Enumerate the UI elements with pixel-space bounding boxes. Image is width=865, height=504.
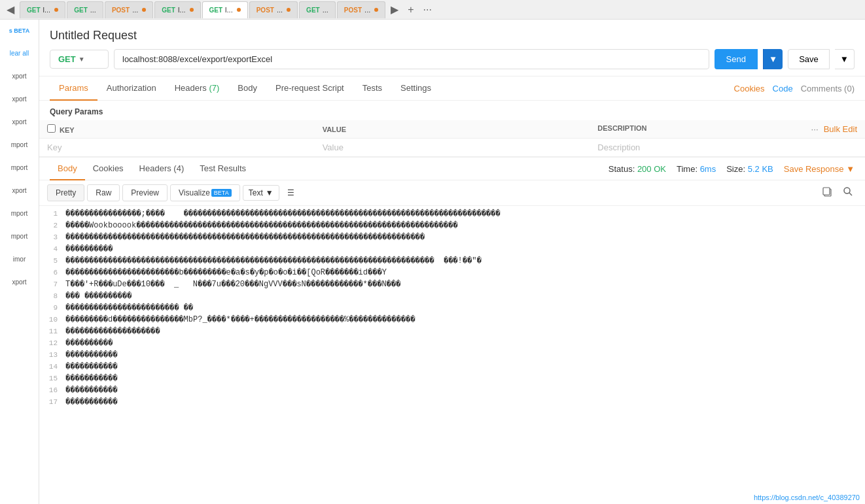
sidebar-item-6[interactable]: xport [9,184,29,197]
response-tab-headers[interactable]: Headers (4) [132,158,192,180]
tab-bar: ◀ GET l... GET ... POST ... GET l... GET… [0,0,865,20]
params-more-btn[interactable]: ··· [811,124,819,134]
tab-nav-right: Cookies Code Comments (0) [734,84,855,93]
send-dropdown-btn[interactable]: ▼ [763,49,783,69]
code-line: 11�������������������� [39,326,865,338]
col-key: KEY [39,120,315,139]
response-tabs: Body Cookies Headers (4) Test Results St… [39,158,865,180]
wrap-btn[interactable]: ☰ [282,186,300,200]
tab-more-btn[interactable]: ··· [419,3,436,17]
raw-btn[interactable]: Raw [87,184,120,201]
line-content: ������������������������ �� [65,303,193,312]
sidebar-item-3[interactable]: xport [9,116,29,128]
sidebar-item-10[interactable]: xport [9,276,29,288]
bulk-edit-btn[interactable]: Bulk Edit [824,124,857,134]
code-line: 16����������� [39,385,865,397]
line-number: 8 [39,292,65,300]
code-line: 13����������� [39,350,865,361]
save-response-btn[interactable]: Save Response ▼ [784,164,855,174]
preview-btn[interactable]: Preview [122,184,168,201]
url-input[interactable] [114,49,709,69]
tab-get-5[interactable]: GET ... [299,1,336,18]
tab-method-get4: GET [209,7,223,14]
response-tab-cookies[interactable]: Cookies [85,158,132,180]
send-button[interactable]: Send [715,49,758,69]
comments-link[interactable]: Comments (0) [801,84,855,93]
tab-method-post3: POST [344,7,362,14]
main-content: s BETA lear all xport xport xport mport … [0,20,865,504]
line-content: T���'+R���uDe���10��� _ N���7u���20���Ng… [65,279,400,289]
tab-add-btn[interactable]: + [404,3,417,17]
save-button[interactable]: Save [788,49,830,69]
sidebar-item-clear[interactable]: lear all [7,47,31,59]
col-description: DESCRIPTION ··· Bulk Edit [590,120,865,139]
code-link[interactable]: Code [773,84,793,93]
sidebar-item-8[interactable]: mport [9,230,31,243]
tab-tests[interactable]: Tests [353,76,391,101]
tab-post-1[interactable]: POST ... [105,1,153,18]
tab-scroll-left-btn[interactable]: ◀ [3,2,18,17]
code-content[interactable]: 1����������������;���� �����������������… [39,206,865,504]
query-params-section: Query Params KEY VALUE DESCRIPTION ··· [39,101,865,157]
value-input[interactable] [323,143,582,152]
pretty-btn[interactable]: Pretty [47,184,84,201]
sidebar-item-beta[interactable]: s BETA [7,25,32,37]
request-title: Untitled Request [50,29,855,42]
copy-btn[interactable] [818,184,836,201]
sidebar-item-7[interactable]: mport [9,207,31,220]
svg-rect-1 [823,188,830,195]
tab-label-8: ... [364,6,370,14]
line-number: 5 [39,257,65,265]
tab-get-4[interactable]: GET l... [202,1,248,18]
status-label: Status: 200 OK [609,164,666,174]
tab-get-1[interactable]: GET l... [20,1,65,18]
line-number: 13 [39,351,65,359]
method-select[interactable]: GET ▼ [50,50,109,69]
tab-method-post1: POST [112,7,130,14]
tab-scroll-right-btn[interactable]: ▶ [387,2,402,17]
line-content: ����������������;���� ������������������… [65,209,501,218]
sidebar-item-1[interactable]: xport [9,70,29,82]
tab-headers[interactable]: Headers (7) [166,76,229,101]
tab-get-3[interactable]: GET l... [154,1,200,18]
response-tab-testresults[interactable]: Test Results [192,158,254,180]
line-content: ���������d���������������MbP?_����*����+… [65,314,415,324]
tab-get-2[interactable]: GET ... [67,1,103,18]
search-btn[interactable] [839,184,857,201]
sidebar-item-4[interactable]: mport [9,139,31,151]
save-dropdown-btn[interactable]: ▼ [835,49,855,69]
cookies-link[interactable]: Cookies [734,84,765,93]
select-all-checkbox[interactable] [47,124,56,133]
size-value: 5.2 KB [748,164,773,174]
tab-post-3[interactable]: POST ... [337,1,385,18]
tab-params[interactable]: Params [50,76,97,101]
response-tab-body[interactable]: Body [50,158,85,180]
visualize-btn[interactable]: Visualize BETA [170,184,240,201]
tab-dot-3 [142,8,146,12]
size-label: Size: 5.2 KB [726,164,773,174]
format-select[interactable]: Text ▼ [243,185,279,201]
status-value: 200 OK [637,164,666,174]
tab-dot-4 [190,8,194,12]
tab-post-2[interactable]: POST ... [249,1,298,18]
line-number: 3 [39,233,65,241]
tab-method-post2: POST [256,7,274,14]
key-input[interactable] [47,143,307,152]
tab-settings[interactable]: Settings [391,76,440,101]
copy-icon [822,186,832,197]
tab-authorization[interactable]: Authorization [97,76,166,101]
col-value: VALUE [315,120,590,139]
code-line: 12���������� [39,338,865,350]
code-line: 4���������� [39,244,865,256]
desc-input[interactable] [597,143,857,152]
sidebar-item-5[interactable]: mport [9,161,31,174]
sidebar-item-9[interactable]: imor [10,253,28,265]
sidebar: s BETA lear all xport xport xport mport … [0,20,39,504]
svg-point-2 [844,188,850,193]
tab-method-get5: GET [306,7,320,14]
line-number: 9 [39,304,65,312]
params-table: KEY VALUE DESCRIPTION ··· Bulk Edit [39,120,865,157]
tab-prerequest[interactable]: Pre-request Script [266,76,353,101]
sidebar-item-2[interactable]: xport [9,93,29,105]
tab-body[interactable]: Body [228,76,266,101]
